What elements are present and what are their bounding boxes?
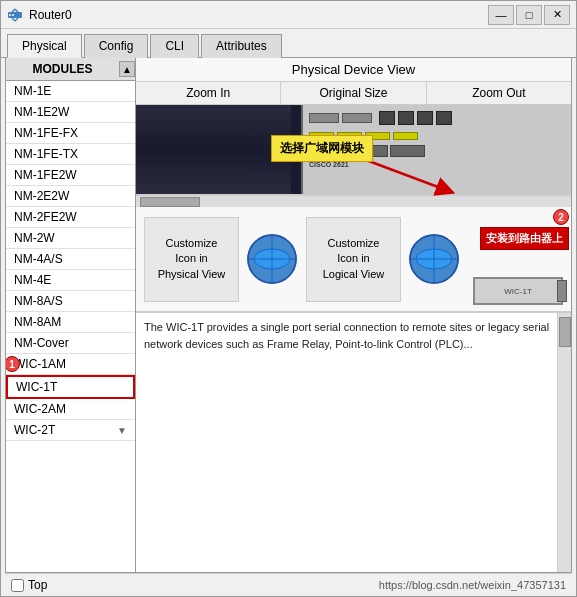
svg-line-4 bbox=[15, 9, 18, 12]
router-icon-physical bbox=[245, 232, 300, 287]
badge-2: 2 bbox=[553, 209, 569, 225]
svg-line-6 bbox=[15, 18, 18, 21]
status-link[interactable]: https://blog.csdn.net/weixin_47357131 bbox=[379, 579, 566, 591]
device-display-area: CISCO 2621 选择广域网模块 bbox=[136, 105, 571, 207]
router-icon-logical bbox=[407, 232, 462, 287]
close-button[interactable]: ✕ bbox=[544, 5, 570, 25]
window-title: Router0 bbox=[29, 8, 482, 22]
maximize-button[interactable]: □ bbox=[516, 5, 542, 25]
list-item[interactable]: NM-8A/S bbox=[6, 291, 135, 312]
list-item[interactable]: NM-4E bbox=[6, 270, 135, 291]
right-panel: Physical Device View Zoom In Original Si… bbox=[136, 58, 571, 572]
router-svg-physical bbox=[245, 232, 300, 287]
modules-panel: MODULES ▲ NM-1E NM-1E2W NM-1FE-FX NM-1FE… bbox=[6, 58, 136, 572]
titlebar: Router0 — □ ✕ bbox=[1, 1, 576, 29]
list-item-wic1t[interactable]: WIC-1T bbox=[6, 375, 135, 399]
annotation-2-group: 2 安装到路由器上 bbox=[480, 209, 569, 250]
modules-label: MODULES bbox=[6, 62, 119, 76]
scrollbar-thumb bbox=[140, 197, 200, 207]
desc-scroll-thumb bbox=[559, 317, 571, 347]
list-item[interactable]: NM-Cover bbox=[6, 333, 135, 354]
modules-list: NM-1E NM-1E2W NM-1FE-FX NM-1FE-TX NM-1FE… bbox=[6, 81, 135, 572]
svg-point-1 bbox=[9, 14, 11, 16]
list-item[interactable]: NM-1E2W bbox=[6, 102, 135, 123]
modules-header: MODULES ▲ bbox=[6, 58, 135, 81]
minimize-button[interactable]: — bbox=[488, 5, 514, 25]
router-svg-logical bbox=[407, 232, 462, 287]
list-item[interactable]: NM-1FE2W bbox=[6, 165, 135, 186]
zoom-in-button[interactable]: Zoom In bbox=[136, 82, 281, 104]
list-item[interactable]: NM-1E bbox=[6, 81, 135, 102]
list-item[interactable]: NM-1FE-TX bbox=[6, 144, 135, 165]
tooltip-select-module: 选择广域网模块 bbox=[271, 135, 373, 162]
tab-physical[interactable]: Physical bbox=[7, 34, 82, 58]
customize-logical-button[interactable]: Customize Icon in Logical View bbox=[306, 217, 401, 302]
tab-cli[interactable]: CLI bbox=[150, 34, 199, 58]
list-item[interactable]: NM-2W bbox=[6, 228, 135, 249]
list-item[interactable]: NM-2FE2W bbox=[6, 207, 135, 228]
list-item[interactable]: NM-4A/S bbox=[6, 249, 135, 270]
wic-connector bbox=[557, 280, 567, 302]
badge-1: 1 bbox=[6, 356, 20, 372]
top-checkbox[interactable] bbox=[11, 579, 24, 592]
window-controls: — □ ✕ bbox=[488, 5, 570, 25]
wic-module-image: WIC-1T bbox=[473, 277, 563, 305]
customize-logical-label: Customize Icon in Logical View bbox=[323, 236, 385, 282]
list-item[interactable]: NM-8AM bbox=[6, 312, 135, 333]
device-view-title: Physical Device View bbox=[136, 58, 571, 82]
description-area: The WIC-1T provides a single port serial… bbox=[136, 312, 571, 572]
wic-module-display: WIC-1T bbox=[473, 277, 563, 305]
list-item[interactable]: NM-2E2W bbox=[6, 186, 135, 207]
zoom-out-button[interactable]: Zoom Out bbox=[427, 82, 571, 104]
svg-point-2 bbox=[12, 14, 14, 16]
icon-section: Customize Icon in Physical View bbox=[136, 207, 571, 312]
description-scrollbar[interactable] bbox=[557, 313, 571, 572]
window-icon bbox=[7, 7, 23, 23]
zoom-controls: Zoom In Original Size Zoom Out bbox=[136, 82, 571, 105]
tooltip-install: 安装到路由器上 bbox=[480, 227, 569, 250]
original-size-button[interactable]: Original Size bbox=[281, 82, 426, 104]
list-item-wic2am[interactable]: WIC-2AM bbox=[6, 399, 135, 420]
list-item-wic2t[interactable]: WIC-2T ▼ bbox=[6, 420, 135, 441]
device-scrollbar[interactable] bbox=[136, 195, 571, 207]
customize-physical-label: Customize Icon in Physical View bbox=[158, 236, 226, 282]
tab-attributes[interactable]: Attributes bbox=[201, 34, 282, 58]
bottom-bar: Top https://blog.csdn.net/weixin_4735713… bbox=[5, 573, 572, 596]
main-content: MODULES ▲ NM-1E NM-1E2W NM-1FE-FX NM-1FE… bbox=[5, 58, 572, 573]
description-text: The WIC-1T provides a single port serial… bbox=[136, 313, 571, 560]
tab-bar: Physical Config CLI Attributes bbox=[1, 29, 576, 58]
main-window: Router0 — □ ✕ Physical Config CLI Attrib… bbox=[0, 0, 577, 597]
top-label: Top bbox=[28, 578, 47, 592]
modules-scroll-up[interactable]: ▲ bbox=[119, 61, 135, 77]
tab-config[interactable]: Config bbox=[84, 34, 149, 58]
list-item-wic1am[interactable]: WIC-1AM 1 bbox=[6, 354, 135, 375]
list-item[interactable]: NM-1FE-FX bbox=[6, 123, 135, 144]
customize-physical-button[interactable]: Customize Icon in Physical View bbox=[144, 217, 239, 302]
top-checkbox-row: Top bbox=[11, 578, 47, 592]
